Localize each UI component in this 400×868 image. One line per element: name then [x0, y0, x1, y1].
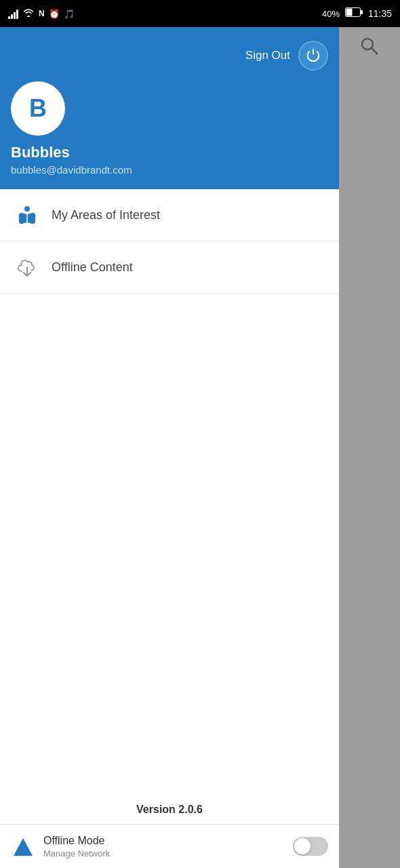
status-bar-left: N ⏰ 🎵 [8, 8, 75, 20]
offline-mode-icon [11, 834, 35, 859]
svg-rect-2 [361, 10, 363, 14]
svg-marker-7 [14, 838, 33, 856]
signal-icon [8, 8, 18, 19]
header: Sign Out B Bubbles bubbles@davidbrandt.c… [0, 27, 339, 189]
search-area [339, 27, 400, 68]
avatar-letter: B [29, 94, 47, 123]
version-label: Version 2.0.6 [0, 795, 339, 824]
background-overlay [339, 27, 400, 868]
wifi-icon [22, 8, 35, 20]
book-icon [14, 201, 41, 229]
user-email: bubbles@davidbrandt.com [11, 164, 328, 176]
offline-text-group: Offline Mode Manage Network [43, 835, 293, 859]
menu-list: My Areas of Interest Offline Content Ver… [0, 189, 339, 868]
toggle-thumb [294, 838, 311, 854]
user-name: Bubbles [11, 144, 328, 161]
offline-mode-toggle[interactable] [293, 837, 328, 856]
sign-out-label: Sign Out [245, 49, 290, 62]
manage-network-label: Manage Network [43, 848, 293, 859]
header-top-row: Sign Out [11, 41, 328, 71]
svg-line-4 [372, 48, 377, 54]
status-bar: N ⏰ 🎵 40% 11:35 [0, 0, 400, 27]
music-icon: 🎵 [64, 9, 75, 19]
search-button[interactable] [359, 36, 380, 59]
menu-spacer [0, 294, 339, 795]
battery-level: 40% [322, 9, 340, 19]
offline-content-label: Offline Content [52, 260, 133, 275]
menu-item-areas-of-interest[interactable]: My Areas of Interest [0, 189, 339, 241]
download-icon [14, 254, 41, 281]
alarm-icon: ⏰ [49, 9, 60, 19]
status-bar-right: 40% 11:35 [322, 7, 392, 20]
avatar: B [11, 81, 65, 136]
nfc-icon: N [39, 9, 45, 18]
sign-out-button[interactable] [298, 41, 328, 71]
battery-icon [345, 7, 363, 20]
menu-item-offline-content[interactable]: Offline Content [0, 241, 339, 294]
svg-point-5 [24, 206, 30, 212]
areas-of-interest-label: My Areas of Interest [52, 208, 160, 222]
sidebar-panel: Sign Out B Bubbles bubbles@davidbrandt.c… [0, 27, 339, 868]
offline-mode-title: Offline Mode [43, 835, 293, 847]
status-time: 11:35 [368, 8, 392, 19]
svg-rect-1 [346, 9, 352, 16]
offline-mode-bar: Offline Mode Manage Network [0, 824, 339, 868]
